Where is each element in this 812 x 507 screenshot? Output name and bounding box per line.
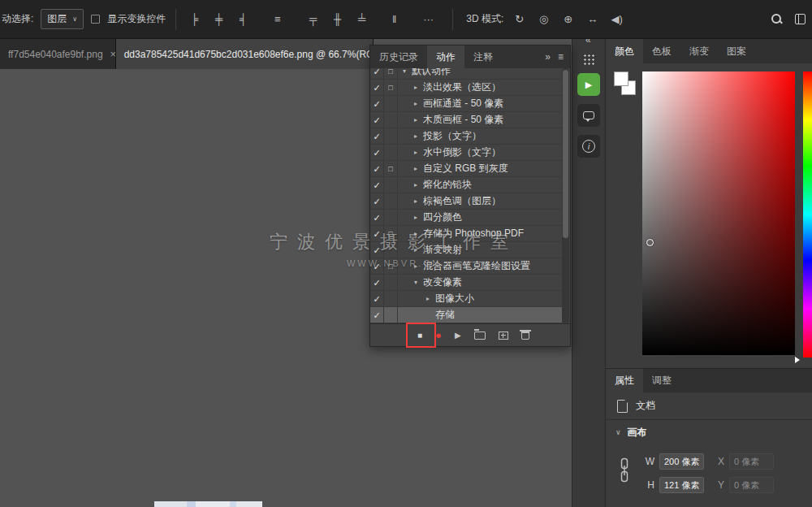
tab-notes[interactable]: 注释 — [464, 46, 502, 68]
play-selection-button[interactable]: ▶ — [455, 332, 461, 340]
action-label[interactable]: 改变像素 — [423, 275, 462, 289]
action-row[interactable]: ✓▸四分颜色 — [370, 210, 562, 226]
collapse-panel-icon[interactable]: » — [545, 51, 551, 63]
align-center-icon[interactable]: ╪ — [210, 13, 227, 25]
dialog-toggle-icon[interactable]: □ — [384, 258, 398, 274]
expand-arrow-icon[interactable]: ▸ — [411, 197, 421, 205]
dialog-toggle-icon[interactable]: □ — [384, 161, 398, 176]
align-top-icon[interactable]: ╤ — [304, 13, 322, 25]
dialog-toggle-icon[interactable] — [384, 96, 398, 111]
link-dimensions-icon[interactable] — [620, 457, 629, 483]
action-label[interactable]: 四分颜色 — [423, 210, 462, 224]
expand-arrow-icon[interactable]: ▸ — [411, 116, 421, 124]
toggle-check-icon[interactable]: ✓ — [370, 193, 384, 209]
expand-arrow-icon[interactable]: ▸ — [411, 230, 421, 237]
search-icon[interactable] — [771, 13, 783, 25]
toggle-check-icon[interactable]: ✓ — [370, 177, 384, 193]
delete-trash-icon[interactable] — [521, 332, 529, 340]
align-left-icon[interactable]: ╞ — [186, 13, 203, 25]
tab-patterns[interactable]: 图案 — [718, 39, 755, 63]
dialog-toggle-icon[interactable] — [384, 193, 398, 209]
tab-gradients[interactable]: 渐变 — [680, 39, 718, 63]
action-row[interactable]: ✓存储 — [370, 307, 562, 323]
action-label[interactable]: 默认动作 — [412, 68, 451, 78]
action-label[interactable]: 棕褐色调（图层） — [423, 194, 501, 208]
hue-slider-marker[interactable] — [795, 357, 800, 363]
dialog-toggle-icon[interactable] — [384, 242, 398, 258]
action-row[interactable]: ✓□▸淡出效果（选区） — [370, 80, 562, 96]
expand-arrow-icon[interactable]: ▸ — [411, 149, 421, 156]
action-label[interactable]: 混合器画笔克隆绘图设置 — [423, 259, 530, 273]
toggle-check-icon[interactable]: ✓ — [370, 128, 384, 144]
toggle-check-icon[interactable]: ✓ — [370, 80, 384, 95]
notes-tile[interactable] — [577, 104, 600, 127]
action-label[interactable]: 木质画框 - 50 像素 — [423, 113, 503, 127]
dialog-toggle-icon[interactable]: □ — [384, 80, 398, 95]
expand-arrow-icon[interactable]: ▸ — [411, 84, 421, 91]
scale-3d-icon[interactable]: ◀) — [608, 13, 625, 25]
more-options-icon[interactable]: ··· — [420, 13, 437, 25]
action-row[interactable]: ✓□▸混合器画笔克隆绘图设置 — [370, 258, 562, 275]
align-right-icon[interactable]: ╡ — [235, 13, 252, 25]
dialog-toggle-icon[interactable] — [384, 210, 398, 225]
action-row[interactable]: ✓▾改变像素 — [370, 275, 562, 291]
foreground-color-swatch[interactable] — [614, 72, 628, 86]
toggle-check-icon[interactable]: ✓ — [370, 161, 384, 176]
action-label[interactable]: 自定义 RGB 到灰度 — [423, 162, 508, 176]
show-transform-checkbox[interactable] — [91, 15, 100, 24]
action-label[interactable]: 图像大小 — [435, 292, 474, 306]
toggle-check-icon[interactable]: ✓ — [370, 258, 384, 274]
dialog-toggle-icon[interactable]: □ — [384, 226, 398, 241]
document-tab[interactable]: ff7d54e040afe9bf.png × — [0, 39, 116, 69]
height-input[interactable]: 121 像素 — [659, 477, 704, 493]
tab-color[interactable]: 颜色 — [606, 39, 643, 63]
tab-swatches[interactable]: 色板 — [643, 39, 680, 63]
toggle-check-icon[interactable]: ✓ — [370, 275, 384, 290]
action-row[interactable]: ✓▸图像大小 — [370, 291, 562, 307]
color-picker-cursor[interactable] — [646, 239, 654, 246]
toggle-check-icon[interactable]: ✓ — [370, 210, 384, 225]
x-input[interactable]: 0 像素 — [729, 453, 774, 470]
document-tab-active[interactable]: dd3a785425d41d675bc2d031e608ef6e.png @ 6… — [116, 39, 374, 69]
toggle-check-icon[interactable]: ✓ — [370, 145, 384, 160]
orbit-3d-icon[interactable]: ↻ — [511, 13, 528, 25]
expand-arrow-icon[interactable]: ▸ — [411, 262, 421, 270]
toggle-check-icon[interactable]: ✓ — [370, 291, 384, 306]
align-middle-icon[interactable]: ╫ — [329, 13, 346, 25]
distribute-horizontal-icon[interactable]: ≡ — [269, 13, 286, 25]
action-label[interactable]: 画框通道 - 50 像素 — [423, 97, 503, 110]
close-icon[interactable]: × — [110, 48, 116, 60]
dialog-toggle-icon[interactable] — [384, 112, 398, 128]
tab-adjustments[interactable]: 调整 — [643, 369, 680, 392]
toggle-check-icon[interactable]: ✓ — [370, 242, 384, 258]
action-label[interactable]: 存储 — [435, 308, 455, 322]
action-row[interactable]: ✓▸渐变映射 — [370, 242, 562, 258]
expand-arrow-icon[interactable]: ▸ — [411, 132, 421, 140]
tab-actions[interactable]: 动作 — [427, 46, 464, 68]
dialog-toggle-icon[interactable] — [384, 275, 398, 290]
expand-arrow-icon[interactable]: ▸ — [411, 246, 421, 254]
dialog-toggle-icon[interactable]: □ — [384, 68, 398, 79]
scrollbar-thumb[interactable] — [563, 70, 568, 238]
expand-arrow-icon[interactable]: ▾ — [400, 68, 409, 75]
roll-3d-icon[interactable]: ◎ — [535, 13, 552, 25]
action-row[interactable]: ✓▸熔化的铅块 — [370, 177, 562, 193]
layer-select-dropdown[interactable]: 图层 ∨ — [41, 9, 84, 29]
action-label[interactable]: 渐变映射 — [423, 243, 462, 257]
expand-arrow-icon[interactable]: ▸ — [411, 165, 421, 172]
info-tile[interactable]: i — [577, 135, 600, 158]
dialog-toggle-icon[interactable] — [384, 307, 398, 323]
align-bottom-icon[interactable]: ╧ — [353, 13, 370, 25]
toggle-check-icon[interactable]: ✓ — [370, 307, 384, 323]
actions-play-tile[interactable]: ▶ — [577, 73, 600, 96]
slide-3d-icon[interactable]: ↔ — [584, 13, 601, 25]
toggle-check-icon[interactable]: ✓ — [370, 96, 384, 111]
expand-arrow-icon[interactable]: ▾ — [411, 279, 421, 286]
pan-3d-icon[interactable]: ⊕ — [559, 13, 577, 25]
dialog-toggle-icon[interactable] — [384, 128, 398, 144]
dialog-toggle-icon[interactable] — [384, 145, 398, 160]
canvas-section-header[interactable]: ∨ 画布 — [606, 420, 812, 444]
action-label[interactable]: 熔化的铅块 — [423, 178, 472, 192]
distribute-vertical-icon[interactable]: ‖ — [386, 13, 403, 25]
width-input[interactable]: 200 像素 — [659, 453, 704, 470]
